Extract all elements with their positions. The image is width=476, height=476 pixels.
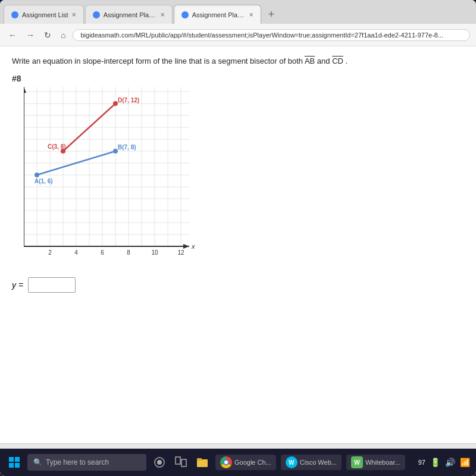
svg-text:B(7, 8): B(7, 8) — [118, 144, 136, 151]
tab-assignment-list[interactable]: Assignment List × — [4, 5, 84, 24]
taskbar-search-label: Type here to search — [46, 458, 109, 466]
home-button[interactable]: ⌂ — [58, 29, 68, 41]
taskview-button[interactable] — [173, 454, 189, 471]
answer-input[interactable] — [28, 277, 76, 293]
svg-rect-60 — [176, 457, 180, 464]
system-percentage: 97 — [418, 459, 425, 466]
svg-rect-61 — [181, 459, 186, 466]
url-bar[interactable]: bigideasmath.com/MRL/public/app/#/studen… — [73, 29, 470, 41]
tab-favicon-1 — [11, 11, 18, 18]
taskbar-search-bar[interactable]: 🔍 Type here to search — [27, 454, 146, 471]
tab-label-3: Assignment Player — [192, 11, 246, 18]
cortana-button[interactable] — [151, 454, 168, 471]
svg-text:6: 6 — [101, 249, 104, 256]
tab-assignment-player-1[interactable]: Assignment Player × — [85, 5, 173, 24]
answer-label: y = — [12, 280, 23, 290]
svg-rect-56 — [9, 463, 14, 468]
cisco-icon: W — [286, 456, 298, 468]
tab-assignment-player-2[interactable]: Assignment Player × — [174, 5, 261, 24]
forward-button[interactable]: → — [24, 29, 37, 41]
search-icon: 🔍 — [33, 458, 42, 466]
segment-cd: CD — [332, 57, 343, 65]
taskbar: 🔍 Type here to search — [0, 449, 476, 476]
svg-text:A(1, 6): A(1, 6) — [35, 178, 53, 184]
svg-text:4: 4 — [74, 249, 78, 256]
tab-close-1[interactable]: × — [72, 11, 76, 19]
segment-ab: AB — [305, 57, 315, 65]
back-button[interactable]: ← — [6, 29, 19, 41]
file-explorer-button[interactable] — [194, 454, 211, 471]
tab-label-1: Assignment List — [22, 11, 68, 18]
svg-point-45 — [35, 173, 39, 177]
whiteboard-icon: W — [351, 456, 363, 468]
address-bar: ← → ↻ ⌂ bigideasmath.com/MRL/public/app/… — [0, 24, 476, 46]
tab-label-2: Assignment Player — [104, 11, 157, 18]
svg-text:12: 12 — [177, 249, 184, 256]
google-chrome-taskbar-app[interactable]: Google Ch... — [215, 455, 276, 470]
svg-rect-55 — [15, 457, 20, 462]
svg-point-52 — [113, 101, 118, 106]
svg-text:8: 8 — [127, 249, 130, 256]
tab-bar: Assignment List × Assignment Player × As… — [0, 0, 476, 24]
tab-close-2[interactable]: × — [161, 11, 165, 19]
refresh-button[interactable]: ↻ — [42, 29, 54, 41]
start-button[interactable] — [6, 454, 23, 471]
coordinate-graph: 2 4 6 8 10 12 x 2 4 6 8 10 12 14 y — [24, 87, 196, 265]
volume-icon: 🔊 — [445, 458, 455, 467]
tab-close-3[interactable]: × — [249, 11, 253, 19]
network-icon: 📶 — [460, 458, 470, 467]
cortana-icon — [154, 456, 165, 468]
svg-text:C(3, 8): C(3, 8) — [48, 143, 66, 150]
new-tab-button[interactable]: + — [262, 5, 281, 24]
svg-rect-63 — [197, 458, 202, 461]
windows-icon — [8, 456, 20, 468]
content-area: Write an equation in slope-intercept for… — [0, 46, 476, 443]
svg-text:D(7, 12): D(7, 12) — [118, 97, 139, 104]
svg-marker-27 — [24, 87, 26, 93]
svg-text:x: x — [191, 243, 195, 250]
svg-rect-57 — [15, 463, 20, 468]
chrome-label: Google Ch... — [234, 459, 271, 466]
file-explorer-icon — [196, 456, 209, 469]
svg-rect-54 — [9, 457, 14, 462]
cisco-label: Cisco Web... — [300, 459, 337, 466]
whiteboard-label: Whiteboar... — [365, 459, 400, 466]
taskview-icon — [175, 456, 187, 468]
question-number: #8 — [12, 74, 464, 83]
svg-text:2: 2 — [48, 249, 52, 256]
svg-point-59 — [157, 460, 162, 465]
tab-favicon-3 — [181, 11, 189, 18]
cisco-webex-taskbar-app[interactable]: W Cisco Web... — [281, 455, 342, 470]
question-text: Write an equation in slope-intercept for… — [12, 56, 464, 67]
battery-icon: 🔋 — [430, 458, 440, 467]
chrome-icon — [220, 456, 232, 468]
answer-area: y = — [12, 277, 464, 293]
svg-point-47 — [113, 149, 118, 154]
svg-text:10: 10 — [151, 249, 158, 256]
whiteboard-taskbar-app[interactable]: W Whiteboar... — [346, 455, 405, 470]
svg-marker-28 — [183, 244, 189, 249]
tab-favicon-2 — [93, 11, 100, 18]
